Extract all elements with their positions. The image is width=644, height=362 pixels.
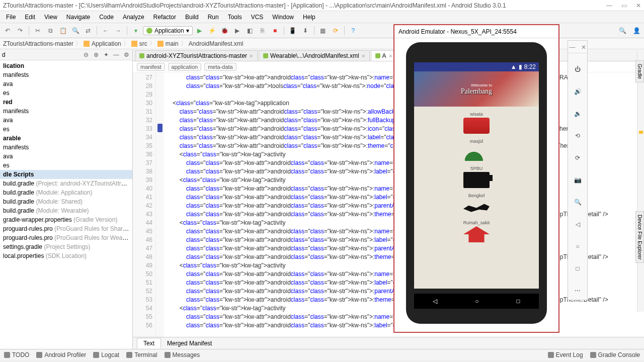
back-button[interactable]: ↶ xyxy=(2,25,13,36)
power-icon[interactable]: ⏻ xyxy=(572,63,584,75)
app-item-SPBU[interactable]: SPBU xyxy=(463,166,490,189)
minimize-button[interactable]: — xyxy=(606,2,612,9)
find-button[interactable]: 🔍 xyxy=(70,25,81,36)
tree-item[interactable]: settings.gradle (Project Settings) xyxy=(0,242,132,251)
breakpoint-icon[interactable] xyxy=(157,124,163,132)
tree-item[interactable]: manifests xyxy=(0,143,132,152)
tree-item[interactable]: proguard-rules.pro (ProGuard Rules for S… xyxy=(0,224,132,233)
forward-button[interactable]: ↷ xyxy=(15,25,26,36)
menu-window[interactable]: Window xyxy=(268,13,298,22)
tree-item[interactable]: manifests xyxy=(0,70,132,79)
breadcrumb-segment[interactable]: main xyxy=(166,40,179,47)
status-gradle-console[interactable]: Gradle Console xyxy=(590,351,640,358)
nav-back-icon[interactable]: ◁ xyxy=(433,298,437,305)
status-android-profiler[interactable]: Android Profiler xyxy=(36,351,86,358)
tree-item[interactable]: local.properties (SDK Location) xyxy=(0,251,132,260)
app-item-masjid[interactable]: masjid xyxy=(463,139,490,162)
menu-help[interactable]: Help xyxy=(299,13,319,22)
sync-button[interactable]: ⟳ xyxy=(330,25,341,36)
home-icon[interactable]: ○ xyxy=(572,240,584,252)
run-button[interactable]: ▶ xyxy=(194,25,205,36)
debug-button[interactable]: 🐞 xyxy=(219,25,230,36)
editor-tab[interactable]: A✕ xyxy=(371,50,397,61)
collapse-icon[interactable]: ⊖ xyxy=(82,51,90,59)
editor-tab[interactable]: Wearable\...\AndroidManifest.xml✕ xyxy=(259,50,370,61)
xml-crumb[interactable]: manifest xyxy=(137,63,165,71)
rotate-right-icon[interactable]: ⟳ xyxy=(572,152,584,164)
hide-icon[interactable]: — xyxy=(112,51,120,59)
app-list[interactable]: wisatamasjidSPBUBengkelRumah_sakit xyxy=(414,107,539,248)
status-todo[interactable]: TODO xyxy=(4,351,29,358)
tree-item[interactable]: build.gradle (Module: Wearable) xyxy=(0,206,132,215)
emu-minimize-button[interactable]: — xyxy=(570,44,576,51)
close-button[interactable]: ✕ xyxy=(636,2,641,9)
menu-vcs[interactable]: VCS xyxy=(247,13,268,22)
status-messages[interactable]: Messages xyxy=(165,351,200,358)
xml-crumb[interactable]: meta-data xyxy=(204,63,236,71)
camera-icon[interactable]: 📷 xyxy=(572,174,584,186)
bottom-tab-merged-manifest[interactable]: Merged Manifest xyxy=(161,338,218,348)
paste-button[interactable]: 📋 xyxy=(57,25,68,36)
stop-button[interactable]: ■ xyxy=(270,25,281,36)
project-view-label[interactable]: d xyxy=(2,51,6,58)
tree-item[interactable]: build.gradle (Project: android-XYZTouris… xyxy=(0,179,132,188)
tree-item[interactable]: build.gradle (Module: Application) xyxy=(0,188,132,197)
gear-icon[interactable]: ⚙ xyxy=(122,51,130,59)
status-event-log[interactable]: Event Log xyxy=(548,351,583,358)
cut-button[interactable]: ✂ xyxy=(32,25,43,36)
menu-build[interactable]: Build xyxy=(181,13,203,22)
menu-file[interactable]: File xyxy=(2,13,20,22)
coverage-button[interactable]: ▶ xyxy=(232,25,243,36)
breadcrumb-segment[interactable]: Application xyxy=(92,40,121,47)
rotate-left-icon[interactable]: ⟲ xyxy=(572,130,584,142)
tree-item[interactable]: ava xyxy=(0,79,132,88)
tree-item[interactable]: es xyxy=(0,161,132,170)
tree-item[interactable]: dle Scripts xyxy=(0,170,132,179)
menu-navigate[interactable]: Navigate xyxy=(62,13,94,22)
gradle-tool-tab[interactable]: Gradle xyxy=(635,60,644,82)
tree-item[interactable]: es xyxy=(0,125,132,134)
apply-changes-button[interactable]: ⚡ xyxy=(207,25,218,36)
emulator-window[interactable]: Android Emulator - Nexus_5X_API_24:5554 … xyxy=(393,24,559,333)
more-icon[interactable]: ⋯ xyxy=(572,285,584,297)
project-tree[interactable]: licationmanifestsavaesredmanifestsavaesa… xyxy=(0,60,132,349)
menu-run[interactable]: Run xyxy=(204,13,223,22)
make-button[interactable]: ▾ xyxy=(130,25,141,36)
tree-item[interactable]: lication xyxy=(0,61,132,70)
copy-button[interactable]: ⧉ xyxy=(45,25,56,36)
overview-icon[interactable]: □ xyxy=(572,262,584,275)
help-button[interactable]: ? xyxy=(348,25,359,36)
app-item-wisata[interactable]: wisata xyxy=(463,112,490,135)
tree-item[interactable]: red xyxy=(0,98,132,107)
profile-button[interactable]: ◧ xyxy=(245,25,256,36)
xml-crumb[interactable]: application xyxy=(168,63,202,71)
nav-recent-icon[interactable]: □ xyxy=(516,298,520,305)
tree-item[interactable]: ava xyxy=(0,116,132,125)
phone-screen[interactable]: ▲ ▮ 8:22 Welcome to Palembang wisatamasj… xyxy=(414,62,539,289)
tree-item[interactable]: es xyxy=(0,88,132,98)
status-terminal[interactable]: Terminal xyxy=(126,351,157,358)
locate-icon[interactable]: ⊕ xyxy=(92,51,100,59)
nav-back-button[interactable]: ← xyxy=(100,25,111,36)
app-item-Rumah_sakit[interactable]: Rumah_sakit xyxy=(463,220,490,243)
tree-item[interactable]: proguard-rules.pro (ProGuard Rules for W… xyxy=(0,233,132,242)
back-icon[interactable]: ◁ xyxy=(572,218,584,230)
run-config-selector[interactable]: Application ▾ xyxy=(143,26,193,35)
menu-tools[interactable]: Tools xyxy=(224,13,246,22)
status-logcat[interactable]: Logcat xyxy=(93,351,119,358)
emu-close-button[interactable]: ✕ xyxy=(581,44,586,51)
menu-analyze[interactable]: Analyze xyxy=(119,13,148,22)
replace-button[interactable]: ⇄ xyxy=(83,25,94,36)
close-icon[interactable]: ✕ xyxy=(249,53,253,59)
bottom-tab-text[interactable]: Text xyxy=(137,338,161,348)
search-everywhere-button[interactable]: 🔍 xyxy=(617,25,628,36)
zoom-icon[interactable]: 🔍 xyxy=(572,196,584,208)
tree-item[interactable]: ava xyxy=(0,152,132,161)
avd-button[interactable]: 📱 xyxy=(287,25,298,36)
nav-home-icon[interactable]: ○ xyxy=(475,298,478,305)
breadcrumb-segment[interactable]: src xyxy=(139,40,147,47)
settings-icon[interactable]: ✦ xyxy=(102,51,110,59)
attach-button[interactable]: ⎘ xyxy=(257,25,268,36)
maximize-button[interactable]: ▭ xyxy=(621,2,627,9)
editor-tab[interactable]: android-XYZTouristAttractions-master✕ xyxy=(135,50,258,61)
